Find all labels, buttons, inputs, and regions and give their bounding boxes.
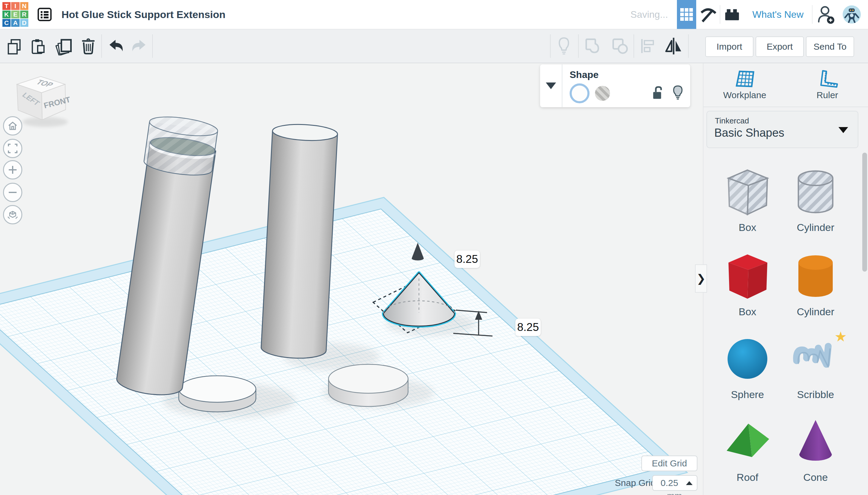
tinkercad-logo[interactable]: T I N K E R C A D bbox=[2, 2, 28, 27]
workplane-tool[interactable]: Workplane bbox=[703, 63, 786, 107]
mirror-button[interactable] bbox=[661, 30, 687, 63]
toolbar-divider bbox=[578, 34, 579, 58]
light-toggle-button[interactable] bbox=[555, 30, 573, 63]
fit-view-icon bbox=[8, 143, 17, 153]
toolbar-divider bbox=[634, 34, 634, 58]
design-menu-button[interactable] bbox=[37, 7, 52, 22]
sidebar-tools: Workplane Ruler bbox=[703, 63, 868, 107]
avatar[interactable] bbox=[843, 5, 861, 23]
plus-icon bbox=[8, 165, 17, 175]
import-button[interactable]: Import bbox=[705, 36, 753, 57]
panel-collapse-button[interactable] bbox=[540, 65, 562, 107]
ruler-icon bbox=[816, 70, 838, 88]
copy-button[interactable] bbox=[4, 30, 24, 63]
send-to-button[interactable]: Send To bbox=[806, 36, 854, 57]
duplicate-button[interactable] bbox=[52, 30, 75, 63]
top-bar: T I N K E R C A D Hot Glue Stick Support… bbox=[0, 0, 868, 30]
shape-library-select[interactable]: Tinkercad Basic Shapes bbox=[706, 111, 858, 148]
shape-tile-sphere[interactable]: Sphere bbox=[714, 333, 781, 400]
snap-grid-select[interactable]: 0.25 bbox=[652, 475, 698, 491]
sphere-icon bbox=[720, 333, 774, 387]
disc-center[interactable] bbox=[328, 364, 408, 407]
snap-grid-label: Snap Grid bbox=[615, 478, 656, 488]
scene bbox=[0, 63, 703, 495]
logo-letter: K bbox=[2, 11, 11, 18]
panel-icons bbox=[652, 85, 684, 101]
visibility-lightbulb-icon[interactable] bbox=[672, 85, 684, 101]
shape-tile-box-hole[interactable]: Box bbox=[714, 166, 781, 233]
logo-letter: I bbox=[11, 2, 19, 10]
glue-stick-cylinder-right[interactable] bbox=[261, 123, 338, 359]
shape-inspector-panel: Shape bbox=[540, 65, 690, 107]
roof-icon bbox=[720, 415, 774, 470]
toolbar-divider bbox=[101, 34, 102, 58]
cone-icon bbox=[788, 415, 843, 470]
minecraft-button[interactable] bbox=[696, 0, 720, 29]
3d-viewport[interactable]: 8.25 8.25 Shape bbox=[0, 63, 703, 495]
lock-icon[interactable] bbox=[652, 86, 664, 100]
logo-letter: T bbox=[2, 2, 11, 10]
align-button[interactable] bbox=[637, 30, 658, 63]
ungroup-icon bbox=[611, 37, 630, 55]
grid-view-icon bbox=[680, 8, 693, 21]
solid-color-swatch[interactable] bbox=[570, 83, 590, 103]
shape-label: Cone bbox=[782, 472, 849, 483]
robot-avatar-icon bbox=[843, 5, 861, 23]
list-menu-icon bbox=[37, 7, 52, 21]
shape-tile-cylinder[interactable]: Cylinder bbox=[782, 250, 849, 318]
ungroup-button[interactable] bbox=[609, 30, 632, 63]
logo-letter: A bbox=[11, 19, 19, 27]
chevron-down-icon bbox=[838, 127, 848, 133]
star-icon[interactable]: ★ bbox=[835, 328, 847, 345]
undo-icon bbox=[107, 38, 125, 54]
undo-button[interactable] bbox=[106, 30, 126, 63]
person-add-icon bbox=[817, 5, 836, 24]
redo-button[interactable] bbox=[129, 30, 149, 63]
shape-label: Sphere bbox=[714, 389, 781, 400]
shape-tile-box[interactable]: Box bbox=[714, 250, 781, 318]
logo-letter: C bbox=[2, 19, 11, 27]
lego-button[interactable] bbox=[720, 0, 744, 29]
delete-button[interactable] bbox=[79, 30, 98, 63]
box-hole-icon bbox=[720, 166, 774, 220]
snap-grid-unit: mm bbox=[653, 491, 695, 495]
snap-grid-value: 0.25 bbox=[653, 478, 686, 488]
cylinder-icon bbox=[788, 250, 843, 304]
shape-tile-scribble[interactable]: ★ Scribble bbox=[782, 333, 849, 400]
ruler-tool[interactable]: Ruler bbox=[786, 63, 868, 107]
perspective-toggle-button[interactable] bbox=[3, 205, 22, 224]
lightbulb-icon bbox=[557, 36, 571, 56]
hole-cylinder-overlay bbox=[143, 114, 219, 178]
fit-view-button[interactable] bbox=[3, 139, 22, 158]
hole-swatch[interactable] bbox=[595, 86, 610, 101]
logo-letter: D bbox=[20, 19, 28, 27]
shape-label: Box bbox=[714, 222, 781, 233]
minus-icon bbox=[8, 188, 17, 197]
dimension-height-field[interactable]: 8.25 bbox=[515, 319, 541, 336]
shape-tile-cylinder-hole[interactable]: Cylinder bbox=[782, 166, 849, 233]
align-icon bbox=[639, 38, 656, 54]
invite-button[interactable] bbox=[813, 0, 840, 29]
shape-label: Roof bbox=[714, 472, 781, 483]
duplicate-icon bbox=[54, 37, 73, 55]
edit-toolbar: Import Export Send To bbox=[0, 30, 868, 63]
paste-button[interactable] bbox=[28, 30, 48, 63]
shape-label: Scribble bbox=[782, 389, 849, 400]
dimension-width-field[interactable]: 8.25 bbox=[455, 251, 480, 268]
export-button[interactable]: Export bbox=[756, 36, 804, 57]
base-disc-left[interactable] bbox=[179, 376, 256, 412]
sidebar-collapse-handle[interactable]: ❯ bbox=[695, 264, 707, 293]
home-view-button[interactable] bbox=[3, 116, 22, 136]
zoom-out-button[interactable] bbox=[3, 183, 22, 202]
library-name: Basic Shapes bbox=[714, 126, 784, 139]
dashboard-grid-button[interactable] bbox=[677, 0, 696, 29]
zoom-in-button[interactable] bbox=[3, 160, 22, 180]
brick-icon bbox=[723, 6, 741, 23]
redo-icon bbox=[130, 38, 148, 54]
shape-tile-roof[interactable]: Roof bbox=[714, 415, 781, 483]
shape-tile-cone[interactable]: Cone bbox=[782, 415, 849, 483]
edit-grid-button[interactable]: Edit Grid bbox=[641, 456, 698, 471]
group-button[interactable] bbox=[582, 30, 603, 63]
whats-new-link[interactable]: What's New bbox=[744, 9, 812, 20]
sidebar-scrollbar[interactable] bbox=[862, 153, 867, 272]
